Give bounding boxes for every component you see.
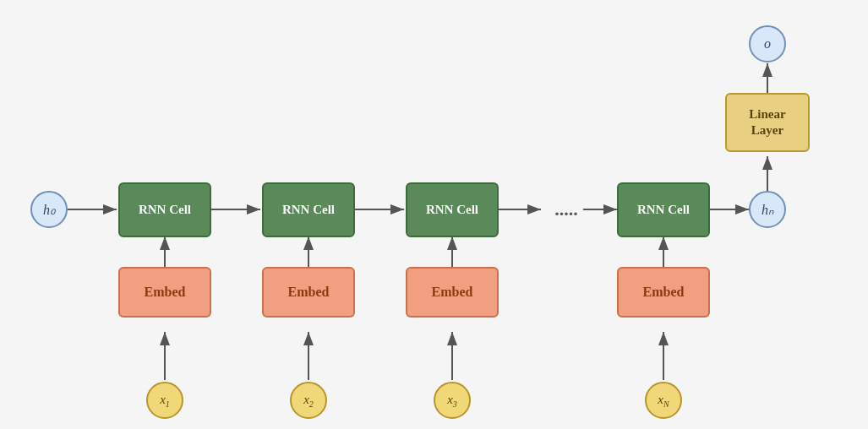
embed-2-label: Embed [288,285,330,300]
h0-label: h₀ [43,202,55,218]
embed-3-label: Embed [432,285,473,300]
linear-layer-label: LinearLayer [749,106,785,139]
o-node: o [749,25,786,62]
diagram: h₀ RNN Cell RNN Cell RNN Cell ..... RNN … [0,0,868,429]
rnn-cell-1: RNN Cell [118,182,211,237]
embed-box-1: Embed [118,267,211,318]
x2-label: x2 [303,393,314,409]
h0-node: h₀ [30,191,68,228]
hN-node: hₙ [749,191,786,228]
o-label: o [764,36,771,52]
rnn-cell-3: RNN Cell [406,182,499,237]
rnn-cell-1-label: RNN Cell [139,203,191,217]
rnn-cell-4-label: RNN Cell [637,203,690,217]
embed-box-2: Embed [262,267,355,318]
ellipsis: ..... [532,194,600,225]
embed-box-4: Embed [617,267,710,318]
embed-1-label: Embed [145,285,186,300]
x3-label: x3 [447,393,457,409]
rnn-cell-2-label: RNN Cell [282,203,335,217]
hN-label: hₙ [762,202,773,218]
xN-node: xN [645,382,682,419]
rnn-cell-4: RNN Cell [617,182,710,237]
xN-label: xN [658,393,669,409]
embed-4-label: Embed [643,285,685,300]
linear-layer-box: LinearLayer [725,93,810,152]
ellipsis-label: ..... [554,198,578,220]
x3-node: x3 [434,382,471,419]
x1-label: x1 [160,393,170,409]
x1-node: x1 [146,382,183,419]
rnn-cell-2: RNN Cell [262,182,355,237]
embed-box-3: Embed [406,267,499,318]
x2-node: x2 [290,382,327,419]
rnn-cell-3-label: RNN Cell [426,203,478,217]
